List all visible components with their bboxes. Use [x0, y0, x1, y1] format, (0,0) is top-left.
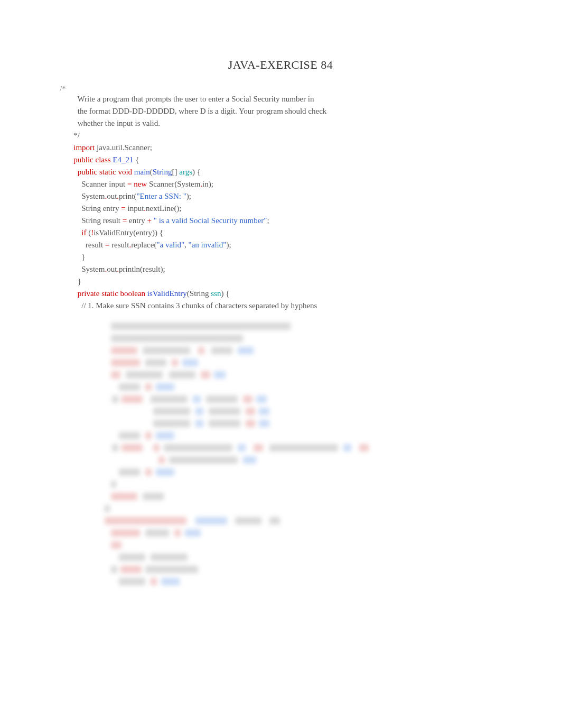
text: String result [81, 216, 123, 225]
method-name: isValidEntry [147, 289, 187, 298]
string-literal: " is a valid Social Security number" [152, 216, 267, 225]
type: String [153, 168, 172, 176]
class-name: E4_21 [113, 155, 133, 164]
code-line: } [60, 251, 501, 263]
string-literal: "Enter a SSN: " [136, 192, 186, 200]
text: println(result); [119, 265, 165, 273]
param: args [179, 168, 192, 176]
operator: + [147, 216, 152, 225]
text: entry [127, 216, 147, 225]
keyword: import [73, 143, 95, 152]
code-line: // 1. Make sure SSN contains 3 chunks of… [60, 300, 501, 312]
text: input [126, 204, 144, 213]
document-page: JAVA-EXERCISE 84 /* Write a program that… [0, 0, 561, 312]
text: String entry [81, 204, 121, 213]
method-name: main [134, 168, 150, 176]
text: ; [267, 216, 269, 225]
code-line: private static boolean isValidEntry(Stri… [60, 288, 501, 300]
text: replace( [131, 241, 156, 249]
text: result [109, 241, 129, 249]
text: } [78, 277, 81, 285]
text: nextLine(); [146, 204, 181, 213]
text: out [107, 192, 117, 200]
code-line: result = result.replace("a valid", "an i… [60, 239, 501, 251]
operator: = [123, 216, 127, 225]
code-block: Write a program that prompts the user to… [60, 93, 501, 312]
text: , [184, 241, 189, 249]
keyword: public class [73, 155, 113, 164]
text: print( [119, 192, 136, 200]
text: Write a program that prompts the user to… [77, 95, 314, 103]
comment: // 1. Make sure SSN contains 3 chunks of… [81, 301, 317, 310]
operator: = [121, 204, 125, 213]
text: isValidEntry(entry)) { [94, 228, 163, 237]
param: ssn [211, 289, 221, 298]
text: System [81, 265, 105, 273]
text: Scanner(System [149, 180, 200, 188]
string-literal: "a valid" [156, 241, 184, 249]
text: result [86, 241, 105, 249]
text: */ [73, 131, 80, 140]
code-line: if (!isValidEntry(entry)) { [60, 227, 501, 239]
code-line: whether the input is valid. [60, 117, 501, 130]
text: in); [202, 180, 213, 188]
text: out [107, 265, 117, 273]
keyword: public static void [78, 168, 134, 176]
text: Scanner input [81, 180, 127, 188]
page-title: JAVA-EXERCISE 84 [60, 58, 501, 72]
text: whether the input is valid. [78, 119, 160, 127]
text: { [134, 155, 139, 164]
comment-start: /* [60, 85, 66, 94]
code-line: String entry = input.nextLine(); [60, 202, 501, 215]
code-line: import java.util.Scanner; [60, 142, 501, 154]
text: } [81, 253, 85, 261]
code-line: public static void main(String[] args) { [60, 166, 501, 178]
keyword: new [132, 180, 149, 188]
code-line: Write a program that prompts the user to… [60, 93, 501, 105]
code-line: public class E4_21 { [60, 154, 501, 166]
code-line: } [60, 275, 501, 288]
code-line: System.out.println(result); [60, 263, 501, 275]
text: System [81, 192, 105, 200]
text: ); [186, 192, 191, 200]
text: (String [187, 289, 211, 298]
text: java.util.Scanner; [95, 143, 152, 152]
string-literal: "an invalid" [189, 241, 227, 249]
text: [] [172, 168, 180, 176]
text: ) { [192, 168, 201, 176]
text: the format DDD-DD-DDDDD, where D is a di… [78, 107, 327, 115]
code-line: the format DDD-DD-DDDDD, where D is a di… [60, 105, 501, 117]
text: ) { [221, 289, 229, 298]
keyword: private static boolean [78, 289, 147, 298]
code-line: Scanner input = new Scanner(System.in); [60, 178, 501, 190]
code-line: String result = entry + " is a valid Soc… [60, 215, 501, 227]
keyword: if [81, 228, 86, 237]
obscured-content [79, 317, 407, 613]
code-line: System.out.print("Enter a SSN: "); [60, 190, 501, 202]
text: ); [226, 241, 231, 249]
code-line: */ [60, 130, 501, 142]
